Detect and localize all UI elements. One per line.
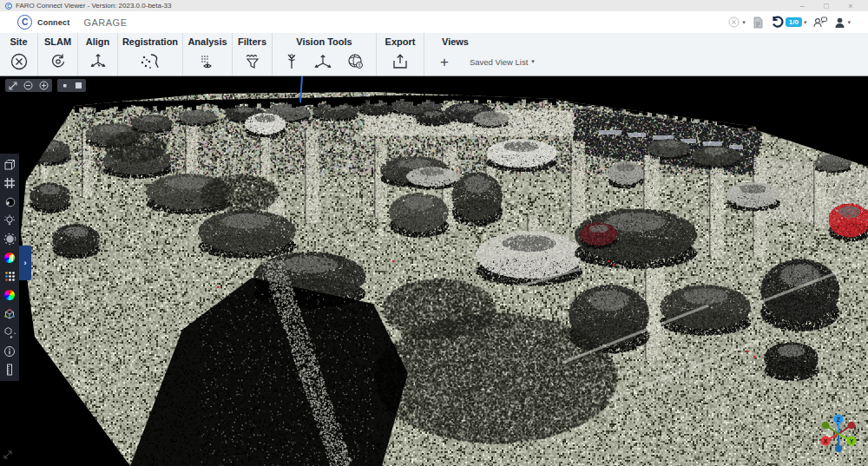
document-report-icon — [753, 16, 764, 29]
site-button[interactable] — [10, 52, 29, 71]
color-mode-wheel-icon — [4, 253, 15, 263]
connect-logo-icon: C — [17, 15, 32, 30]
fit-view-icon — [9, 82, 17, 90]
fit-view-button[interactable] — [9, 82, 17, 90]
registration-button[interactable] — [139, 52, 161, 71]
point-size-small-icon — [61, 82, 69, 89]
undo-icon — [771, 16, 784, 29]
filters-button[interactable] — [243, 52, 262, 71]
ruler-button[interactable] — [3, 364, 16, 377]
view-cube-icon — [3, 159, 16, 171]
selection-circle-x-icon — [727, 16, 740, 29]
registration-label: Registration — [122, 36, 178, 48]
pointcloud-viewport[interactable]: › Z X Y — [0, 76, 868, 466]
connect-home-button[interactable]: C Connect — [17, 15, 69, 30]
ribbon-group-slam: SLAM — [38, 33, 78, 75]
align-move-icon — [89, 52, 108, 71]
chevron-right-icon: › — [24, 259, 27, 267]
add-view-button[interactable]: + — [435, 55, 454, 69]
light-bulb-icon — [3, 214, 16, 226]
align-button[interactable] — [89, 52, 108, 71]
app-name-label: Connect — [37, 18, 69, 27]
export-button[interactable] — [391, 52, 410, 71]
info-button[interactable] — [3, 345, 16, 358]
ribbon-group-align: Align — [78, 33, 118, 75]
point-density-dots-icon — [4, 271, 16, 282]
color-wheel-icon — [4, 290, 15, 300]
view-cube-button[interactable] — [3, 158, 16, 171]
project-tab-garage[interactable]: GARAGE — [83, 17, 127, 28]
ruler-icon — [3, 364, 16, 376]
light-bulb-button[interactable] — [3, 214, 16, 227]
cube-colors-button[interactable] — [3, 307, 16, 320]
analysis-button[interactable] — [197, 52, 218, 71]
zoom-out-button[interactable] — [23, 81, 33, 90]
selection-tool-button[interactable]: ▾ — [727, 16, 746, 29]
ambient-sphere-button[interactable] — [3, 233, 16, 246]
zoom-in-button[interactable] — [39, 81, 49, 90]
corner-expand-button[interactable] — [3, 447, 12, 463]
faro-connect-viewer-window: C FARO Connect Viewer - Version: 2023.0.… — [0, 0, 868, 466]
slam-loop-icon — [49, 52, 68, 71]
filter-funnel-icon — [243, 52, 262, 71]
vision-move-button[interactable] — [312, 52, 333, 71]
registration-points-icon — [139, 52, 161, 71]
viewport-zoom-controls — [5, 79, 86, 92]
axis-navigation-gizmo[interactable]: Z X Y — [818, 410, 859, 459]
analysis-label: Analysis — [187, 36, 227, 48]
ribbon-group-filters: Filters — [233, 33, 273, 75]
ambient-sphere-icon — [3, 233, 16, 246]
site-label: Site — [10, 36, 27, 48]
grid-button[interactable] — [3, 177, 16, 190]
export-label: Export — [385, 36, 416, 48]
info-icon — [3, 345, 16, 358]
pointcloud-canvas[interactable] — [0, 76, 868, 466]
close-button[interactable]: × — [838, 2, 863, 10]
contrast-button[interactable] — [3, 195, 16, 208]
axis-x-negative-handle — [848, 422, 855, 429]
vision-tools-label: Vision Tools — [296, 36, 352, 48]
undo-count-badge: 1/0 — [786, 17, 802, 27]
undo-button[interactable]: 1/0 ▾ — [771, 16, 807, 29]
ribbon-group-vision-tools: Vision Tools — [273, 33, 377, 75]
slam-button[interactable] — [49, 52, 68, 71]
cube-color-corners-icon — [3, 308, 16, 320]
minimize-button[interactable]: – — [790, 2, 814, 10]
vision-tree-icon — [283, 52, 300, 71]
collaborate-user-icon — [813, 16, 827, 29]
slam-label: SLAM — [44, 36, 71, 48]
point-size-small-button[interactable] — [61, 82, 69, 89]
sidebar-expand-tab[interactable]: › — [19, 246, 31, 280]
account-user-icon — [834, 16, 845, 29]
tab-bar: C Connect GARAGE ▾ — [0, 11, 868, 33]
grid-icon — [3, 177, 16, 189]
axis-z-label: Z — [837, 417, 841, 423]
vision-globe-icon: 6 — [345, 52, 366, 71]
zoom-in-icon — [39, 81, 49, 90]
color-mode-button[interactable] — [3, 252, 16, 265]
point-density-button[interactable] — [3, 270, 16, 283]
cube-reset-button[interactable] — [3, 326, 16, 339]
point-size-large-icon — [75, 82, 82, 89]
ribbon-group-analysis: Analysis — [183, 33, 233, 75]
account-button[interactable]: ▾ — [834, 16, 851, 29]
collaborate-button[interactable] — [813, 16, 827, 29]
vision-globe-button[interactable]: 6 — [345, 52, 366, 71]
window-title: FARO Connect Viewer - Version: 2023.0.0-… — [16, 2, 172, 10]
ribbon-group-site: Site — [0, 33, 38, 75]
contrast-icon — [3, 196, 16, 208]
report-button[interactable] — [753, 16, 764, 29]
vision-detect-button[interactable] — [283, 52, 300, 71]
saved-view-list-dropdown[interactable]: Saved View List ▾ — [470, 57, 535, 67]
views-label: Views — [435, 36, 469, 48]
filters-label: Filters — [238, 36, 266, 48]
site-circle-x-icon — [10, 52, 29, 71]
maximize-button[interactable]: □ — [814, 2, 838, 10]
vision-move-icon — [312, 52, 333, 71]
axis-y-negative-handle — [822, 422, 829, 429]
ribbon-group-export: Export — [377, 33, 424, 75]
zoom-out-icon — [23, 81, 33, 90]
chevron-down-icon: ▾ — [531, 58, 535, 65]
color-wheel-button[interactable] — [3, 289, 16, 302]
point-size-large-button[interactable] — [75, 82, 82, 89]
